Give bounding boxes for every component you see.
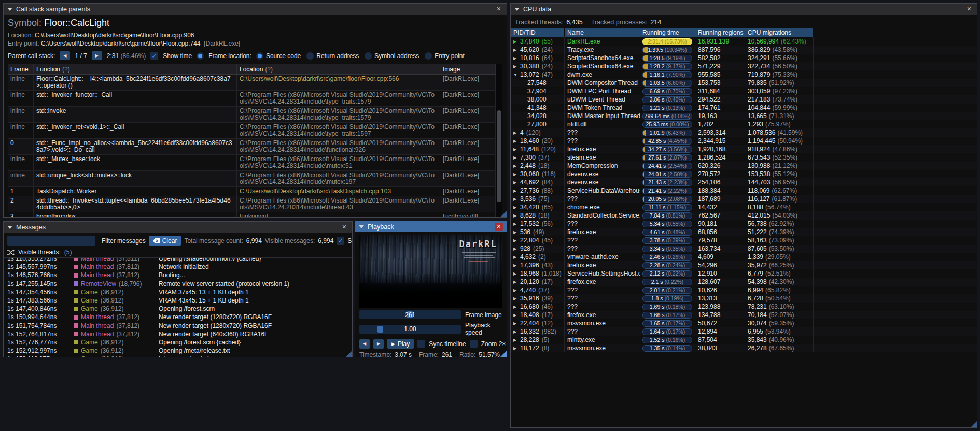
collapse-triangle-icon[interactable] [7, 226, 12, 229]
column-header-pid-tid[interactable]: PID/TID [511, 28, 565, 37]
cpu-process-row[interactable]: ▶ 10,816 (64) ScriptedSandbox64.exe 1:28… [511, 54, 977, 62]
message-row[interactable]: 1s 153,116,377ns Game (36,912) Intro men… [7, 355, 348, 357]
frame-row[interactable]: 2 std::thread::_Invoke<std::tuple<<lambd… [8, 196, 496, 212]
cpu-process-row[interactable]: ▶ 44,692 (84) devenv.exe 21.43 s(2.23%) … [511, 178, 977, 186]
cpu-process-row[interactable]: ▶ 16,332 (982) ??? 1.64 s(0.17%) 12,894 … [511, 327, 977, 336]
message-row[interactable]: 1s 150,994,644ns Main thread (37,812) Ne… [7, 313, 348, 321]
show-time-checkbox[interactable]: ✓ [150, 52, 158, 60]
cpu-process-row[interactable]: ▶ 16,680 (46) ??? 1.69 s(0.18%) 123,988 … [511, 303, 977, 311]
close-icon[interactable]: × [495, 5, 503, 13]
message-row[interactable]: 1s 147,400,846ns Game (36,912) Opening /… [7, 305, 348, 313]
cpu-process-row[interactable]: 34,028 DWM Master Input Thread 799.64 ms… [511, 112, 977, 120]
callstack-titlebar[interactable]: Call stack sample parents × [4, 4, 507, 15]
cpu-process-row[interactable]: ▶ 4,632 (2) vmware-authd.exe 2.46 s(0.26… [511, 253, 977, 261]
cpu-process-row[interactable]: ▶ 4,740 (37) ??? 2.01 s(0.21%) 10,626 6,… [511, 286, 977, 294]
close-icon[interactable]: × [340, 223, 348, 231]
expand-arrow-icon[interactable]: ▶ [513, 189, 520, 193]
message-row[interactable]: 1s 151,754,784ns Main thread (37,812) Ne… [7, 322, 348, 330]
cpu-process-row[interactable]: ▶ 928 (25) ??? 3.34 s(0.35%) 163,734 87,… [511, 245, 977, 253]
expand-arrow-icon[interactable]: ▶ [513, 180, 520, 185]
expand-arrow-icon[interactable]: ▶ [513, 296, 520, 301]
column-header-running-time[interactable]: Running time [640, 28, 695, 37]
visible-threads-label[interactable]: Visible threads: [18, 249, 61, 256]
radio-button[interactable] [365, 52, 372, 60]
expand-arrow-icon[interactable]: ▶ [513, 346, 520, 351]
prev-frame-button[interactable]: ◀ [359, 339, 370, 349]
radio-button[interactable] [425, 52, 432, 60]
frame-row[interactable]: inline Floor::CalcLight::__l4::<lambda_5… [8, 75, 496, 91]
clear-button[interactable]: Clear [149, 236, 181, 246]
message-row[interactable]: 1s 145,557,997ns Main thread (37,812) Ne… [7, 263, 348, 271]
cpu-process-row[interactable]: ▶ 3,536 (75) ??? 20.05 s(2.08%) 187,689 … [511, 195, 977, 203]
expand-arrow-icon[interactable]: ▶ [513, 213, 520, 218]
close-icon[interactable]: × [495, 223, 503, 231]
cpu-process-row[interactable]: ▶ 7,300 (37) steam.exe 27.61 s(2.87%) 1,… [511, 153, 977, 162]
filter-input[interactable] [7, 236, 95, 246]
cpu-process-row[interactable]: ▶ 30,380 (24) ScriptedSandbox64.exe 1:28… [511, 62, 977, 70]
cpu-process-row[interactable]: 37,904 DWM LPC Port Thread 6.69 s(0.70%)… [511, 87, 977, 95]
expand-arrow-icon[interactable]: ▶ [513, 56, 520, 61]
cpu-process-row[interactable]: 41,348 DWM Token Thread 1.21 s(0.13%) 17… [511, 104, 977, 112]
cpu-process-row[interactable]: ▶ 28,228 (5) mintty.exe 1.52 s(0.16%) 87… [511, 336, 977, 344]
cpu-process-row[interactable]: ▶ 17,396 (43) firefox.exe 2.28 s(0.24%) … [511, 261, 977, 269]
frame-row[interactable]: inline std::_Invoker_ret<void,1>::_Call … [8, 123, 496, 139]
clipped-checkbox[interactable]: ✓ [337, 237, 344, 245]
cpu-process-row[interactable]: ▶ 18,968 (1,018) ServiceHub.SettingsHost… [511, 269, 977, 278]
expand-arrow-icon[interactable]: ▶ [513, 280, 520, 284]
expand-arrow-icon[interactable]: ▶ [513, 329, 520, 334]
expand-arrow-icon[interactable]: ▶ [513, 230, 520, 235]
message-row[interactable]: 1s 152,912,997ns Game (36,912) Opening /… [7, 347, 348, 355]
resize-grip[interactable] [500, 211, 507, 217]
cpu-process-row[interactable]: ▼ 13,072 (47) dwm.exe 1:16.1(7.90%) 955,… [511, 70, 977, 79]
collapse-triangle-icon[interactable] [7, 8, 12, 11]
cpu-process-row[interactable]: ▶ 37,840 (55) DarkRL.exe 2:31.4(15.73%) … [511, 37, 977, 46]
sync-timeline-checkbox[interactable] [417, 340, 425, 348]
expand-arrow-icon[interactable]: ▶ [513, 263, 520, 268]
cpu-process-row[interactable]: ▶ 27,736 (88) ServiceHub.DataWarehouse 2… [511, 186, 977, 195]
cpu-process-row[interactable]: ▶ 536 (49) firefox.exe 4.61 s(0.48%) 68,… [511, 228, 977, 236]
cpu-process-row[interactable]: ▶ 18,460 (20) ??? 42.85 s(4.45%) 2,344,9… [511, 137, 977, 145]
message-row[interactable]: 1s 147,255,145ns RemoteView (18,796) Rem… [7, 280, 348, 288]
column-header-location[interactable]: Location(?) [237, 64, 440, 74]
column-header-frame[interactable]: Frame [8, 64, 34, 74]
cpu-process-row[interactable]: ▶ 22,404 (12) msvsmon.exe 1.65 s(0.17%) … [511, 319, 977, 327]
cpu-process-row[interactable]: ▶ 30,060 (116) devenv.exe 24.01 s(2.50%)… [511, 170, 977, 178]
cpu-process-row[interactable]: ▶ 18,172 (8) msvsmon.exe 1.35 s(0.14%) 3… [511, 344, 977, 352]
frame-row[interactable]: 3 beginthreadex [unknown] [ucrtbase.dll] [8, 212, 496, 217]
frame-row[interactable]: inline std::_Invoker_functor::_Call C:\P… [8, 91, 496, 107]
cpu-process-row[interactable]: ▶ 8,628 (18) StandardCollector.Service.e… [511, 211, 977, 220]
frame-row[interactable]: inline std::invoke C:\Program Files (x86… [8, 107, 496, 123]
cpu-process-row[interactable]: ▶ 35,916 (39) ??? 1.8 s(0.19%) 13,313 6,… [511, 294, 977, 303]
expand-arrow-icon[interactable]: ▶ [513, 338, 520, 342]
message-row[interactable]: 1s 147,383,566ns Game (36,912) VRAM 43x4… [7, 296, 348, 305]
column-header-running-regions[interactable]: Running regions [695, 28, 745, 37]
column-header-image[interactable]: Image [440, 64, 496, 74]
frame-row[interactable]: 0 std::_Func_impl_no_alloc<<lambda_5bc22… [8, 139, 496, 155]
expand-arrow-icon[interactable]: ▶ [513, 147, 520, 152]
expand-arrow-icon[interactable]: ▶ [513, 271, 520, 276]
collapse-triangle-icon[interactable] [514, 8, 520, 11]
expand-arrow-icon[interactable]: ▶ [513, 238, 520, 243]
cpu-process-row[interactable]: 38,000 uDWM Event Thread 3.86 s(0.40%) 2… [511, 95, 977, 104]
expand-arrow-icon[interactable]: ▶ [513, 172, 520, 177]
message-row[interactable]: 1s 152,776,777ns Game (36,912) Opening /… [7, 338, 348, 347]
frame-row[interactable]: inline std::_Mutex_base::lock C:\Program… [8, 155, 496, 171]
resize-grip[interactable] [346, 351, 352, 357]
expand-arrow-icon[interactable]: ▶ [513, 313, 520, 318]
cpu-process-row[interactable]: ▶ 11,648 (120) firefox.exe 34.27 s(3.56%… [511, 145, 977, 153]
expand-arrow-icon[interactable]: ▶ [513, 305, 520, 309]
frame-image-slider[interactable]: 261 [359, 310, 461, 319]
play-button[interactable]: ▶ Play [387, 339, 414, 349]
message-row[interactable]: 1s 120,355,272ns Main thread (37,812) Op… [7, 258, 348, 263]
cpu-process-row[interactable]: 27,800 ntdll.dll 25.93 ms(0.00%) 1,702 1… [511, 120, 977, 128]
expand-arrow-icon[interactable]: ▶ [513, 205, 520, 210]
close-icon[interactable]: × [965, 5, 973, 13]
cpu-process-row[interactable]: ▶ 22,804 (45) ??? 3.78 s(0.39%) 79,578 5… [511, 236, 977, 245]
expand-arrow-icon[interactable]: ▶ [513, 39, 520, 44]
cpu-process-row[interactable]: ▶ 45,620 (24) Tracy.exe 1:39.5(10.34%) 8… [511, 46, 977, 54]
cpu-process-row[interactable]: ▶ 4 (120) ??? 1:01.9(6.43%) 2,593,314 1,… [511, 128, 977, 137]
resize-grip[interactable] [971, 421, 977, 427]
playback-speed-slider[interactable]: 1.00 [359, 325, 461, 334]
frame-row[interactable]: inline std::unique_lock<std::mutex>::loc… [8, 171, 496, 187]
next-parent-button[interactable]: ▶ [92, 51, 102, 60]
